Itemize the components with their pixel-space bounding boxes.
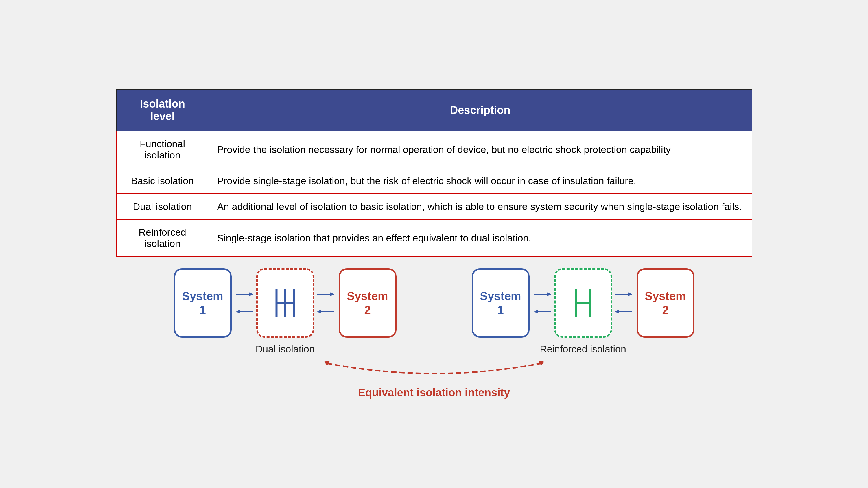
reinforced-h-symbol — [563, 280, 603, 326]
isolation-level-cell: Reinforced isolation — [116, 220, 209, 256]
svg-marker-1 — [249, 292, 253, 296]
table-row: Reinforced isolationSingle-stage isolati… — [116, 220, 752, 256]
table-row: Functional isolationProvide the isolatio… — [116, 131, 752, 168]
isolation-desc-cell: An additional level of isolation to basi… — [209, 194, 752, 220]
isolation-desc-cell: Provide single-stage isolation, but the … — [209, 168, 752, 194]
reinforced-isolation-diagram: System1 — [472, 268, 694, 338]
diagram-section: System1 — [116, 268, 752, 399]
isolation-desc-cell: Provide the isolation necessary for norm… — [209, 131, 752, 168]
reinforced-system2-box: System2 — [637, 268, 694, 338]
svg-marker-21 — [628, 292, 632, 296]
equivalent-isolation-label: Equivalent isolation intensity — [358, 387, 510, 399]
dual-h-symbol — [265, 280, 305, 326]
reinforced-isolation-label: Reinforced isolation — [540, 344, 626, 355]
dual-system1-box: System1 — [174, 268, 232, 338]
arrow-left-1 — [236, 307, 253, 316]
svg-marker-10 — [330, 292, 334, 296]
svg-marker-16 — [534, 310, 538, 314]
arrow-left-2 — [317, 307, 334, 316]
arrow-right-1 — [236, 290, 253, 299]
svg-marker-14 — [547, 292, 551, 296]
reinforced-isolation-component — [554, 268, 612, 338]
arrow-left-3 — [534, 307, 551, 316]
svg-marker-12 — [317, 310, 321, 314]
diagrams-row: System1 — [116, 268, 752, 355]
isolation-desc-cell: Single-stage isolation that provides an … — [209, 220, 752, 256]
dual-isolation-component — [256, 268, 314, 338]
dual-isolation-diagram: System1 — [174, 268, 397, 338]
dual-system2-box: System2 — [339, 268, 397, 338]
svg-marker-3 — [236, 310, 240, 314]
isolation-table: Isolation level Description Functional i… — [116, 89, 752, 257]
reinforced-system1-box: System1 — [472, 268, 530, 338]
arrow-right-4 — [615, 290, 632, 299]
arrow-right-2 — [317, 290, 334, 299]
dual-isolation-label: Dual isolation — [255, 344, 314, 355]
arrow-left-4 — [615, 307, 632, 316]
equivalent-arrow — [304, 358, 564, 384]
isolation-level-cell: Basic isolation — [116, 168, 209, 194]
isolation-level-cell: Functional isolation — [116, 131, 209, 168]
svg-marker-23 — [615, 310, 619, 314]
table-row: Basic isolationProvide single-stage isol… — [116, 168, 752, 194]
col1-header: Isolation level — [116, 89, 209, 131]
isolation-level-cell: Dual isolation — [116, 194, 209, 220]
arrow-right-3 — [534, 290, 551, 299]
col2-header: Description — [209, 89, 752, 131]
table-row: Dual isolationAn additional level of iso… — [116, 194, 752, 220]
page-container: Isolation level Description Functional i… — [29, 89, 839, 399]
